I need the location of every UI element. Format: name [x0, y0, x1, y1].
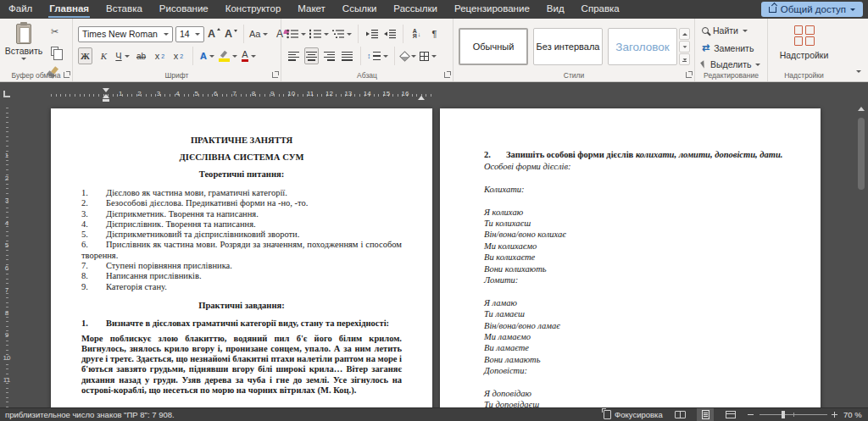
zoom-in-button[interactable]: [832, 408, 837, 421]
copy-button[interactable]: [47, 42, 62, 59]
styles-dialog-launcher[interactable]: [686, 72, 692, 78]
zoom-track[interactable]: [760, 414, 827, 415]
style-item[interactable]: Без интервала: [533, 28, 603, 65]
indent-icon: [384, 29, 396, 39]
show-paragraph-marks-button[interactable]: ¶: [427, 25, 442, 42]
sort-button[interactable]: АЯ↓: [409, 25, 424, 42]
share-button[interactable]: Общий доступ: [761, 2, 863, 17]
chevron-down-icon: [431, 55, 437, 58]
hanging-indent-marker[interactable]: [103, 94, 109, 98]
style-item[interactable]: Заголовок: [608, 28, 677, 65]
theory-item: 3.Дієприкметник. Творення та написання.: [81, 209, 402, 219]
numbered-list-button[interactable]: [309, 25, 329, 42]
collapse-ribbon-button[interactable]: [856, 61, 861, 76]
web-layout-button[interactable]: [722, 408, 739, 421]
styles-more-button[interactable]: [679, 53, 690, 65]
grow-font-button[interactable]: A: [207, 25, 221, 42]
addins-button[interactable]: Надстройки: [768, 25, 840, 60]
doc-line: Я доповідаю: [484, 388, 787, 399]
doc-line: [484, 285, 787, 296]
decrease-indent-button[interactable]: [364, 25, 379, 42]
right-indent-marker[interactable]: [418, 96, 425, 100]
font-family-select[interactable]: Times New Roman: [78, 26, 173, 42]
left-indent-marker[interactable]: [103, 99, 109, 102]
doc-line: Вони колихають: [484, 263, 787, 274]
menu-tab[interactable]: Конструктор: [217, 0, 290, 19]
font-dialog-launcher[interactable]: [272, 72, 278, 78]
first-line-indent-marker[interactable]: [103, 88, 109, 92]
styles-gallery: ОбычныйБез интервалаЗаголовок: [459, 28, 677, 65]
align-center-button[interactable]: [304, 47, 319, 64]
paragraph-dialog-launcher[interactable]: [444, 72, 450, 78]
text-highlight-button[interactable]: [219, 47, 237, 64]
strikethrough-button[interactable]: ab: [134, 47, 148, 64]
italic-button[interactable]: К: [97, 47, 111, 64]
clipboard-dialog-launcher[interactable]: [64, 72, 70, 78]
scrollbar-thumb[interactable]: [858, 118, 865, 190]
page-icon: [702, 410, 709, 419]
menu-tab[interactable]: Вставка: [97, 0, 151, 19]
scroll-up-arrow-icon[interactable]: [858, 107, 865, 111]
font-size-select[interactable]: 14: [175, 26, 204, 42]
menu-tab[interactable]: Рецензирование: [446, 0, 538, 19]
menu-tab[interactable]: Файл: [0, 0, 41, 19]
styles-group-label: Стили: [453, 71, 694, 80]
find-button[interactable]: Найти: [702, 25, 748, 36]
chevron-down-icon: [125, 55, 130, 58]
chevron-up-icon: [682, 33, 687, 36]
doc-line: Ви ламаєте: [484, 342, 787, 353]
bold-button[interactable]: Ж: [78, 47, 92, 64]
increase-indent-button[interactable]: [382, 25, 397, 42]
align-right-button[interactable]: [322, 47, 337, 64]
borders-button[interactable]: [420, 47, 437, 64]
vertical-scrollbar[interactable]: [854, 102, 868, 407]
document-page-2[interactable]: 2.Запишіть особові форми дієслів колихат…: [440, 108, 821, 407]
styles-scroll-up-button[interactable]: [679, 28, 690, 40]
zoom-level[interactable]: 70 %: [843, 408, 862, 421]
justify-button[interactable]: [340, 47, 354, 64]
document-page-1[interactable]: ПРАКТИЧНЕ ЗАНЯТТЯ ДІЄСЛІВНА СИСТЕМА СУМ …: [51, 108, 432, 407]
menu-tab[interactable]: Ссылки: [334, 0, 386, 19]
style-item[interactable]: Обычный: [459, 28, 528, 65]
text-effects-button[interactable]: А: [200, 47, 214, 64]
menu-tab[interactable]: Справка: [573, 0, 628, 19]
editing-group: Найти ⇄ Заменить Выделить Редактирование: [695, 19, 768, 81]
superscript-button[interactable]: x2: [171, 47, 186, 64]
zoom-slider[interactable]: [760, 408, 827, 421]
styles-scroll-down-button[interactable]: [679, 41, 690, 53]
outdent-icon: [366, 29, 378, 39]
shading-button[interactable]: [401, 47, 416, 64]
align-left-button[interactable]: [287, 47, 301, 64]
cut-button[interactable]: ✂: [47, 23, 62, 40]
menu-tab[interactable]: Макет: [289, 0, 334, 19]
font-color-button[interactable]: А: [242, 47, 256, 64]
tab-selector[interactable]: [3, 91, 10, 97]
char-count-status[interactable]: приблизительное число знаков "ПР 8": 7 9…: [5, 408, 175, 421]
search-icon: [702, 27, 709, 34]
chevron-down-icon: [755, 64, 760, 66]
underline-button[interactable]: Ч: [115, 47, 130, 64]
change-case-button[interactable]: Aa: [249, 25, 268, 42]
multilevel-list-button[interactable]: [332, 25, 352, 42]
doc-title-1: ПРАКТИЧНЕ ЗАНЯТТЯ: [81, 132, 402, 149]
replace-button[interactable]: ⇄ Заменить: [702, 42, 754, 53]
menu-tab[interactable]: Рисование: [151, 0, 217, 19]
scissors-icon: ✂: [51, 26, 58, 37]
select-button[interactable]: Выделить: [702, 59, 760, 69]
horizontal-ruler[interactable]: 12345678910111213141516: [51, 88, 432, 102]
print-layout-button[interactable]: [697, 408, 714, 421]
subscript-button[interactable]: x2: [153, 47, 167, 64]
vertical-ruler[interactable]: 1234567891011: [0, 104, 14, 407]
bullet-list-button[interactable]: [287, 25, 306, 42]
line-spacing-button[interactable]: ↕: [367, 47, 388, 64]
menu-tab[interactable]: Главная: [41, 0, 97, 19]
read-mode-button[interactable]: [671, 408, 688, 421]
paste-button[interactable]: Вставить: [6, 24, 42, 71]
menu-tab[interactable]: Рассылки: [385, 0, 446, 19]
shrink-font-button[interactable]: A: [224, 25, 238, 42]
zoom-out-button[interactable]: [748, 408, 754, 421]
focus-mode-button[interactable]: Фокусировка: [604, 408, 663, 421]
menu-tab[interactable]: Вид: [538, 0, 573, 19]
chevron-down-icon: [301, 33, 306, 36]
zoom-thumb[interactable]: [782, 411, 785, 418]
